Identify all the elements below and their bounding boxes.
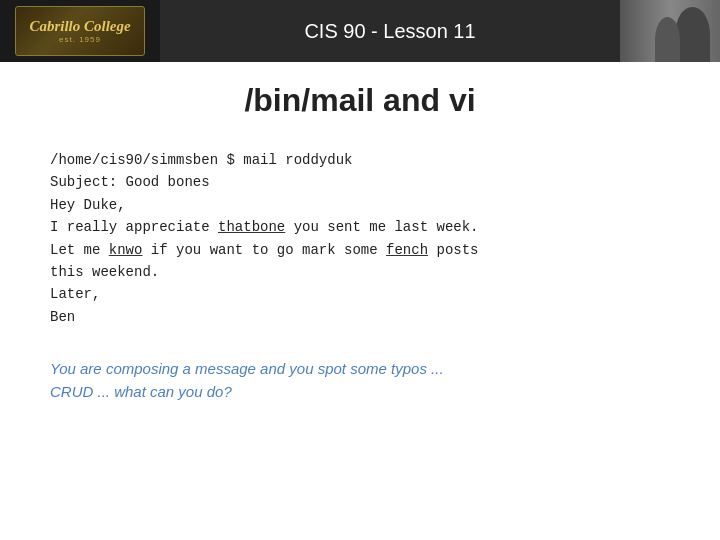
header-decoration [620,0,720,62]
logo-established: est. 1959 [59,35,101,44]
code-block: /home/cis90/simmsben $ mail roddyduk Sub… [50,149,670,328]
typo-thatbone: thatbone [218,219,285,235]
logo: Cabrillo College est. 1959 [15,6,145,56]
code-line-8: Ben [50,306,670,328]
logo-name: Cabrillo College [29,18,130,35]
code-line-4: I really appreciate thatbone you sent me… [50,216,670,238]
typo-knwo: knwo [109,242,143,258]
italic-line-1: You are composing a message and you spot… [50,358,670,381]
code-line-6: this weekend. [50,261,670,283]
code-line-3: Hey Duke, [50,194,670,216]
header-title-area: CIS 90 - Lesson 11 [160,20,620,43]
main-content: /bin/mail and vi /home/cis90/simmsben $ … [0,62,720,423]
code-line-5: Let me knwo if you want to go mark some … [50,239,670,261]
header: Cabrillo College est. 1959 CIS 90 - Less… [0,0,720,62]
code-line-1: /home/cis90/simmsben $ mail roddyduk [50,149,670,171]
typo-fench: fench [386,242,428,258]
code-line-7: Later, [50,283,670,305]
code-line-2: Subject: Good bones [50,171,670,193]
header-title: CIS 90 - Lesson 11 [304,20,475,43]
italic-line-2: CRUD ... what can you do? [50,381,670,404]
logo-area: Cabrillo College est. 1959 [0,0,160,62]
italic-message: You are composing a message and you spot… [50,358,670,403]
page-title: /bin/mail and vi [50,82,670,119]
